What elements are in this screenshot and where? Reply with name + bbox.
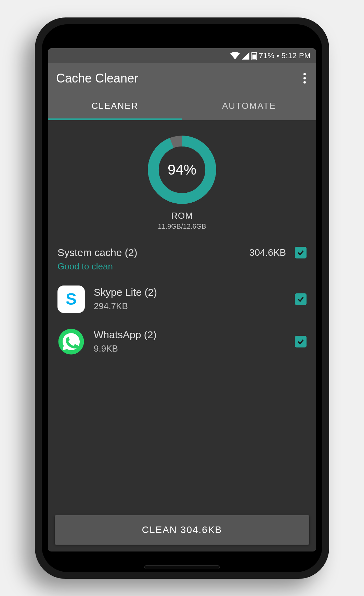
clock: 5:12 PM (282, 51, 311, 60)
clean-button[interactable]: CLEAN 304.6KB (55, 515, 309, 545)
list-item[interactable]: S Skype Lite (2) 294.7KB (48, 278, 316, 320)
clean-bar: CLEAN 304.6KB (48, 508, 316, 551)
check-icon (297, 249, 304, 256)
check-icon (297, 295, 304, 303)
app-size: 294.7KB (94, 301, 286, 312)
section-size: 304.6KB (249, 247, 286, 258)
tabs: CLEANER AUTOMATE (48, 93, 316, 120)
storage-ring: 94% (146, 134, 218, 206)
storage-usage: 11.9GB/12.6GB (158, 223, 206, 230)
content: 94% ROM 11.9GB/12.6GB System cache (2) G… (48, 120, 316, 551)
app-name: WhatsApp (2) (94, 329, 286, 341)
screen: 71% • 5:12 PM Cache Cleaner CLEANER AUTO… (48, 48, 316, 551)
tab-cleaner[interactable]: CLEANER (48, 93, 182, 120)
app-checkbox[interactable] (295, 336, 307, 347)
storage-label: ROM (171, 211, 193, 221)
wifi-icon (230, 52, 240, 60)
phone-frame: 71% • 5:12 PM Cache Cleaner CLEANER AUTO… (35, 17, 329, 579)
section-checkbox[interactable] (295, 247, 307, 258)
svg-rect-2 (252, 54, 256, 59)
overflow-menu-button[interactable] (301, 70, 308, 86)
battery-icon (251, 52, 257, 60)
bottom-speaker (144, 565, 220, 569)
tab-automate[interactable]: AUTOMATE (182, 93, 316, 120)
section-title: System cache (2) (57, 247, 249, 258)
storage-percent: 94% (168, 162, 196, 178)
skype-icon: S (57, 286, 85, 313)
app-bar: Cache Cleaner (48, 63, 316, 93)
app-size: 9.9KB (94, 343, 286, 354)
storage-ring-section: 94% ROM 11.9GB/12.6GB (48, 130, 316, 241)
check-icon (297, 338, 304, 345)
section-hint: Good to clean (57, 261, 249, 272)
system-cache-section: System cache (2) Good to clean 304.6KB (48, 241, 316, 278)
status-separator: • (276, 51, 279, 60)
whatsapp-icon (57, 328, 85, 355)
app-checkbox[interactable] (295, 293, 307, 305)
battery-percent: 71% (259, 51, 275, 60)
list-item[interactable]: WhatsApp (2) 9.9KB (48, 320, 316, 363)
status-bar: 71% • 5:12 PM (48, 48, 316, 63)
phone-bezel: 71% • 5:12 PM Cache Cleaner CLEANER AUTO… (42, 24, 322, 572)
cell-signal-icon (242, 52, 249, 60)
app-name: Skype Lite (2) (94, 287, 286, 298)
app-title: Cache Cleaner (56, 71, 138, 86)
